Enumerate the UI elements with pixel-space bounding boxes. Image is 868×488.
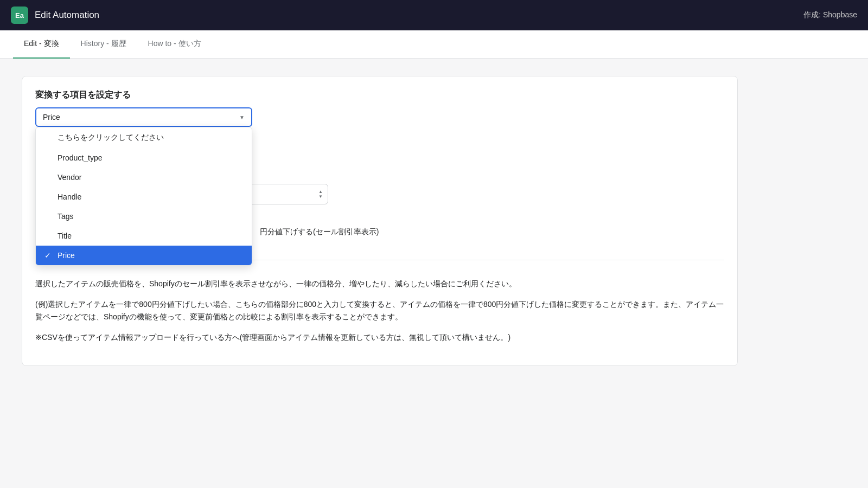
description-paragraph-1: 選択したアイテムの販売価格を、Shopifyのセール割引率を表示させながら、一律… bbox=[35, 278, 724, 290]
top-bar: Ea Edit Automation 作成: Shopbase bbox=[0, 0, 868, 30]
dropdown-option-vendor[interactable]: Vendor bbox=[36, 168, 252, 187]
creator-label: 作成: Shopbase bbox=[803, 10, 857, 20]
field-dropdown-menu: こちらをクリックしてください Product_type Vendor Handl… bbox=[35, 127, 252, 266]
tab-bar: Edit - 変換 History - 履歴 How to - 使い方 bbox=[0, 30, 868, 59]
description-block: 選択したアイテムの販売価格を、Shopifyのセール割引率を表示させながら、一律… bbox=[35, 278, 724, 344]
chevron-down-icon: ▼ bbox=[239, 114, 245, 120]
description-paragraph-2: (例)選択したアイテムを一律で800円分値下げしたい場合、こちらの価格部分に80… bbox=[35, 298, 724, 323]
app-title: Edit Automation bbox=[35, 10, 99, 21]
dropdown-option-product-type[interactable]: Product_type bbox=[36, 148, 252, 168]
field-section-label: 変換する項目を設定する bbox=[35, 89, 724, 101]
main-content: 変換する項目を設定する Price ▼ こちらをクリックしてください Produ… bbox=[0, 59, 760, 379]
dropdown-option-placeholder[interactable]: こちらをクリックしてください bbox=[36, 127, 252, 148]
tab-edit[interactable]: Edit - 変換 bbox=[13, 30, 70, 59]
main-card: 変換する項目を設定する Price ▼ こちらをクリックしてください Produ… bbox=[22, 76, 738, 366]
field-dropdown-trigger[interactable]: Price ▼ bbox=[35, 107, 252, 127]
price-suffix-text: 円分値下げする(セール割引率表示) bbox=[260, 227, 379, 237]
dropdown-option-handle[interactable]: Handle bbox=[36, 187, 252, 207]
field-dropdown-wrapper: Price ▼ こちらをクリックしてください Product_type Vend… bbox=[35, 107, 252, 127]
tab-howto[interactable]: How to - 使い方 bbox=[137, 30, 212, 59]
dropdown-option-title[interactable]: Title bbox=[36, 226, 252, 246]
top-bar-left: Ea Edit Automation bbox=[11, 7, 99, 24]
description-paragraph-3: ※CSVを使ってアイテム情報アップロードを行っている方へ(管理画面からアイテム情… bbox=[35, 331, 724, 343]
app-icon: Ea bbox=[11, 7, 28, 24]
tab-history[interactable]: History - 履歴 bbox=[70, 30, 137, 59]
dropdown-option-tags[interactable]: Tags bbox=[36, 207, 252, 226]
checkmark-price: ✓ bbox=[44, 251, 53, 260]
dropdown-selected-value: Price bbox=[43, 113, 60, 121]
dropdown-option-price[interactable]: ✓ Price bbox=[36, 246, 252, 265]
